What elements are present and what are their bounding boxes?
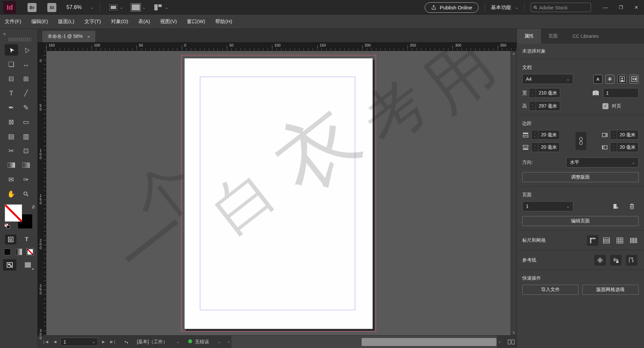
new-page-button[interactable] bbox=[610, 201, 621, 211]
minimize-button[interactable]: — bbox=[598, 1, 613, 14]
page-tool[interactable]: ❏ bbox=[5, 59, 18, 70]
horizontal-scroll-track[interactable] bbox=[231, 336, 497, 348]
ruler-origin-corner[interactable] bbox=[38, 42, 46, 51]
restore-button[interactable]: ❐ bbox=[613, 1, 629, 14]
import-file-button[interactable]: 导入文件 bbox=[522, 285, 579, 295]
panel-grip-icon[interactable] bbox=[9, 38, 31, 42]
panel-tab-cc-libraries[interactable]: CC Libraries bbox=[565, 29, 606, 44]
document-tab[interactable]: 未命名-1 @ 58% × bbox=[42, 31, 95, 42]
vertical-scrollbar[interactable]: ∧ ∨ bbox=[511, 51, 517, 335]
width-field[interactable]: ⌃⌄ 210 毫米 bbox=[529, 88, 560, 98]
default-fill-stroke-icon[interactable] bbox=[5, 224, 10, 228]
zoom-level-dropdown[interactable]: 57.6% ⌄ bbox=[66, 4, 94, 10]
menu-item-table[interactable]: 表(A) bbox=[138, 18, 150, 25]
menu-item-type[interactable]: 文字(T) bbox=[85, 18, 101, 25]
line-tool[interactable]: ╱ bbox=[19, 87, 33, 99]
screen-mode-dropdown[interactable]: ⌄ bbox=[132, 4, 146, 10]
view-options-dropdown[interactable]: ⌄ bbox=[109, 4, 123, 10]
height-field[interactable]: ⌃⌄ 297 毫米 bbox=[529, 101, 560, 111]
publish-online-button[interactable]: Publish Online bbox=[425, 2, 479, 13]
baseline-grid-button[interactable] bbox=[601, 235, 612, 246]
normal-view-mode-button[interactable] bbox=[3, 259, 16, 271]
free-transform-tool[interactable]: ⊡ bbox=[19, 145, 33, 156]
lock-guides-button[interactable] bbox=[610, 255, 622, 266]
page-number-combo[interactable]: 1 ⌄ bbox=[60, 338, 98, 346]
link-margins-button[interactable] bbox=[576, 132, 586, 150]
preflight-status-dropdown[interactable]: 无错误 ⌄ bbox=[188, 339, 221, 345]
apply-color-button[interactable] bbox=[4, 249, 11, 255]
preview-mode-button[interactable] bbox=[21, 259, 35, 271]
stepper-icon[interactable]: ⌃⌄ bbox=[529, 101, 536, 111]
apply-none-button[interactable] bbox=[27, 249, 34, 255]
direct-selection-tool[interactable]: ▷ bbox=[19, 44, 33, 56]
first-page-button[interactable]: ❘◀ bbox=[41, 340, 50, 344]
preflight-menu[interactable]: ◔▾ bbox=[123, 339, 128, 345]
page-count-field[interactable]: 1 bbox=[603, 88, 639, 98]
stepper-icon[interactable]: ⌃⌄ bbox=[532, 130, 538, 139]
pencil-tool[interactable]: ✎ bbox=[19, 102, 33, 113]
menu-item-view[interactable]: 视图(V) bbox=[160, 18, 177, 25]
last-page-button[interactable]: ▶❘ bbox=[109, 340, 118, 344]
pasteboard[interactable]: 一个白衣考用 bbox=[46, 51, 511, 335]
menu-item-window[interactable]: 窗口(W) bbox=[187, 18, 205, 25]
spread-view-button[interactable] bbox=[505, 336, 517, 348]
panel-tab-properties[interactable]: 属性 bbox=[517, 29, 541, 44]
gap-tool[interactable]: ↔ bbox=[19, 59, 33, 70]
vertical-ruler[interactable]: 05 01 0 01 5 02 0 02 5 03 0 0 bbox=[38, 51, 46, 335]
menu-item-object[interactable]: 对象(O) bbox=[111, 18, 128, 25]
swap-fill-stroke-icon[interactable]: ⇄ bbox=[30, 204, 36, 210]
fill-swatch-none[interactable] bbox=[5, 204, 22, 222]
stepper-icon[interactable]: ⌃⌄ bbox=[529, 88, 536, 97]
vertical-grid-tool[interactable]: ▥ bbox=[19, 131, 33, 142]
layout-grid-options-button[interactable]: 版面网格选项 bbox=[582, 285, 639, 295]
gradient-swatch-tool[interactable] bbox=[5, 159, 18, 171]
stepper-icon[interactable]: ⌃⌄ bbox=[532, 143, 538, 152]
frame-grid-button[interactable] bbox=[628, 235, 639, 246]
panel-tab-pages[interactable]: 页面 bbox=[541, 29, 565, 44]
scroll-left-icon[interactable]: ‹ bbox=[226, 339, 231, 344]
rectangle-tool[interactable]: ▭ bbox=[19, 116, 33, 128]
menu-item-edit[interactable]: 编辑(E) bbox=[31, 18, 48, 25]
writing-direction-horizontal-button[interactable]: A bbox=[593, 75, 602, 84]
pen-tool[interactable]: ✒ bbox=[5, 102, 18, 113]
hand-tool[interactable]: ✋ bbox=[5, 188, 18, 200]
menu-item-layout[interactable]: 版面(L) bbox=[58, 18, 74, 25]
direction-dropdown[interactable]: 水平 ⌄ bbox=[566, 157, 639, 167]
margin-outside-field[interactable]: ⌃⌄ 20 毫米 bbox=[610, 142, 639, 152]
search-input[interactable] bbox=[539, 5, 579, 10]
document-grid-button[interactable] bbox=[614, 235, 625, 246]
margin-top-field[interactable]: ⌃⌄ 20 毫米 bbox=[531, 130, 560, 140]
zoom-tool[interactable]: ⚲ bbox=[19, 188, 33, 200]
preflight-profile-dropdown[interactable]: [基本]（工作） ⌄ bbox=[137, 339, 179, 345]
formatting-affects-text-button[interactable]: T bbox=[21, 234, 33, 245]
edit-pages-button[interactable]: 编辑页面 bbox=[522, 216, 639, 226]
previous-page-button[interactable]: ◀ bbox=[52, 340, 58, 344]
current-page-dropdown[interactable]: 1 ⌄ bbox=[522, 201, 573, 211]
workspace-switcher[interactable]: 基本功能 ⌄ bbox=[491, 4, 518, 11]
stepper-icon[interactable]: ⌃⌄ bbox=[610, 130, 617, 139]
frame-tool[interactable]: ⊠ bbox=[5, 116, 18, 128]
scroll-down-icon[interactable]: ∨ bbox=[513, 331, 515, 334]
eyedropper-tool[interactable]: ✑ bbox=[19, 174, 33, 185]
margin-inside-field[interactable]: ⌃⌄ 20 毫米 bbox=[610, 130, 639, 140]
horizontal-grid-tool[interactable]: ▤ bbox=[5, 131, 18, 142]
scroll-right-icon[interactable]: › bbox=[497, 339, 502, 344]
scissors-tool[interactable]: ✂ bbox=[5, 145, 18, 156]
adobe-stock-search[interactable]: ⚲ bbox=[531, 3, 591, 12]
writing-direction-vertical-button[interactable]: 本 bbox=[605, 75, 614, 84]
show-rulers-button[interactable] bbox=[587, 235, 598, 246]
orientation-portrait-button[interactable] bbox=[618, 75, 627, 84]
adjust-layout-button[interactable]: 调整版面 bbox=[522, 172, 639, 182]
gradient-feather-tool[interactable] bbox=[19, 159, 33, 171]
facing-pages-checkbox[interactable]: ✓ bbox=[602, 103, 608, 109]
smart-guides-button[interactable] bbox=[626, 255, 637, 266]
show-guides-button[interactable] bbox=[594, 255, 606, 266]
next-page-button[interactable]: ▶ bbox=[101, 340, 106, 344]
type-tool[interactable]: T bbox=[5, 87, 18, 99]
close-button[interactable]: ✕ bbox=[629, 1, 644, 14]
orientation-landscape-button[interactable] bbox=[630, 75, 639, 84]
content-collector-tool[interactable]: ⊟ bbox=[5, 73, 18, 84]
menu-item-file[interactable]: 文件(F) bbox=[5, 18, 21, 25]
note-tool[interactable]: ✉ bbox=[5, 174, 18, 185]
delete-page-button[interactable] bbox=[627, 201, 637, 211]
